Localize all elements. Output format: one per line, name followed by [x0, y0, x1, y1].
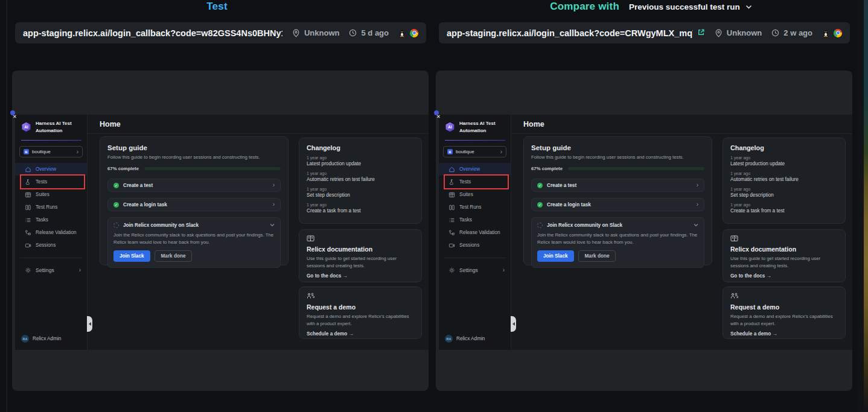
progress-label: 67% complete [531, 166, 563, 171]
cursor-x-icon: ✕ [436, 114, 441, 119]
request-demo-body: Request a demo and explore Relicx's capa… [307, 313, 414, 327]
flask-icon [448, 179, 455, 186]
changelog-entry: 1 year ago Latest production update [730, 156, 838, 166]
unchecked-circle-icon [113, 223, 119, 228]
sidebar-item-tests[interactable]: Tests [15, 176, 87, 188]
external-link-icon[interactable] [697, 28, 705, 39]
url-text: app-staging.relicx.ai/login_callback?cod… [23, 28, 282, 38]
chevron-right-icon: › [77, 149, 78, 155]
documentation-card: Relicx documentation Use this guide to g… [299, 229, 422, 282]
test-compare-view: Test app-staging.relicx.ai/login_callbac… [0, 0, 868, 412]
user-account[interactable]: RA Relicx Admin [21, 335, 61, 343]
setup-guide-title: Setup guide [531, 144, 704, 151]
current-run-title: Test [206, 1, 228, 13]
sidebar-item-release-validation[interactable]: Release Validation [439, 226, 511, 239]
compare-run-pane: Compare with Previous successful test ru… [434, 0, 868, 412]
app-screenshot: AI Harness AI Test Automation B boutique… [15, 115, 429, 350]
project-selector[interactable]: B boutique › [443, 146, 506, 157]
sidebar-item-release-validation[interactable]: Release Validation [15, 226, 87, 239]
linux-os-icon [822, 29, 829, 37]
join-slack-button[interactable]: Join Slack [113, 250, 150, 262]
join-slack-description: Join the Relicx community slack to ask q… [113, 232, 275, 246]
page-header: Home [88, 115, 429, 134]
project-selector[interactable]: B boutique › [19, 146, 83, 157]
linux-os-icon [398, 29, 406, 37]
changelog-entry: 1 year ago Automatic retries on test fai… [307, 171, 414, 182]
setup-progress: 67% complete [531, 166, 704, 171]
chevron-right-icon: › [697, 182, 698, 188]
home-icon [25, 166, 31, 173]
chevron-right-icon: › [273, 201, 275, 208]
cursor-x-icon: ✕ [13, 114, 17, 119]
sidebar-item-overview[interactable]: Overview [439, 163, 511, 176]
app-main: Home Setup guide Follow this guide to be… [511, 115, 852, 350]
sidebar-collapse-handle[interactable] [87, 316, 92, 332]
progress-label: 67% complete [107, 166, 139, 171]
changelog-entry: 1 year ago Latest production update [307, 156, 414, 166]
current-run-pane: Test app-staging.relicx.ai/login_callbac… [0, 0, 434, 412]
go-to-docs-link[interactable]: Go to the docs → [730, 273, 838, 279]
setup-item-create-login-task[interactable]: ✓ Create a login task › [107, 198, 281, 211]
brand: AI Harness AI Test Automation [21, 120, 72, 134]
schedule-demo-link[interactable]: Schedule a demo → [730, 331, 838, 337]
brand: AI Harness AI Test Automation [445, 120, 496, 134]
join-slack-button[interactable]: Join Slack [537, 250, 574, 262]
chrome-browser-icon [834, 29, 842, 37]
sidebar-item-sessions[interactable]: Sessions [439, 239, 511, 252]
sidebar-item-tests[interactable]: Tests [439, 176, 511, 188]
join-slack-header[interactable]: Join Relicx community on Slack [113, 222, 275, 228]
changelog-card: Changelog 1 year ago Latest production u… [299, 138, 422, 224]
changelog-entry: 1 year ago Create a task from a test [730, 203, 838, 214]
sidebar-item-settings[interactable]: Settings › [439, 264, 511, 276]
changelog-entry: 1 year ago Create a task from a test [307, 203, 414, 214]
request-demo-title: Request a demo [730, 303, 838, 311]
check-icon: ✓ [113, 202, 119, 208]
sidebar-item-suites[interactable]: Suites [439, 188, 511, 201]
setup-item-create-login-task[interactable]: ✓ Create a login task › [531, 198, 704, 211]
mark-done-button[interactable]: Mark done [578, 250, 616, 262]
documentation-card: Relicx documentation Use this guide to g… [723, 229, 846, 282]
compare-run-dropdown-value: Previous successful test run [629, 2, 740, 11]
request-demo-body: Request a demo and explore Relicx's capa… [730, 313, 838, 327]
sidebar-item-test-runs[interactable]: Test Runs [439, 201, 511, 214]
brand-divider [445, 140, 505, 141]
run-time-ago: 2 w ago [783, 28, 812, 37]
project-badge: B [24, 149, 29, 154]
schedule-demo-link[interactable]: Schedule a demo → [307, 331, 414, 337]
mark-done-button[interactable]: Mark done [155, 250, 193, 262]
current-run-url-bar[interactable]: app-staging.relicx.ai/login_callback?cod… [15, 22, 426, 43]
flask-icon [25, 179, 31, 186]
sidebar-item-tasks[interactable]: Tasks [15, 214, 87, 226]
location-pin-icon [292, 29, 300, 37]
compare-run-url-bar[interactable]: app-staging.relicx.ai/login_callback?cod… [439, 22, 850, 43]
video-icon [448, 242, 455, 249]
sidebar-divider [20, 258, 82, 258]
progress-bar [568, 167, 704, 170]
grid-icon [448, 191, 455, 198]
request-demo-card: Request a demo Request a demo and explor… [299, 287, 422, 339]
video-icon [25, 242, 31, 249]
compare-run-dropdown[interactable]: Previous successful test run [629, 2, 752, 11]
changelog-title: Changelog [307, 144, 414, 151]
gear-icon [448, 267, 455, 274]
sidebar-item-suites[interactable]: Suites [15, 188, 87, 201]
sidebar-item-tasks[interactable]: Tasks [439, 214, 511, 226]
user-account[interactable]: RA Relicx Admin [445, 335, 485, 343]
sidebar-item-overview[interactable]: Overview [15, 163, 87, 176]
sidebar-item-sessions[interactable]: Sessions [15, 239, 87, 252]
workflow-icon [25, 229, 31, 236]
sidebar-item-test-runs[interactable]: Test Runs [15, 201, 87, 214]
chevron-down-icon [694, 222, 698, 228]
columns-icon [448, 204, 455, 211]
workflow-icon [448, 229, 455, 236]
current-run-header: Test [0, 0, 434, 13]
join-slack-header[interactable]: Join Relicx community on Slack [537, 222, 698, 228]
setup-item-create-test[interactable]: ✓ Create a test › [531, 179, 704, 192]
go-to-docs-link[interactable]: Go to the docs → [307, 273, 414, 279]
setup-guide-card: Setup guide Follow this guide to begin r… [523, 136, 712, 265]
setup-item-create-test[interactable]: ✓ Create a test › [107, 179, 281, 192]
sidebar-collapse-handle[interactable] [511, 316, 516, 332]
sidebar-nav: Overview Tests Suites Test Runs Tasks [439, 163, 511, 252]
sidebar-item-settings[interactable]: Settings › [15, 264, 87, 276]
clock-icon [349, 29, 357, 37]
